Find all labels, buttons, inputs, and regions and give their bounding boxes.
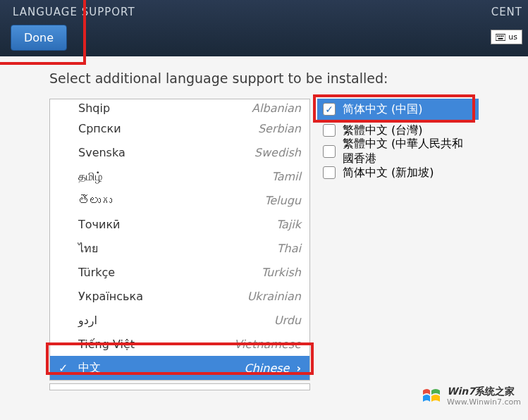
language-english-label: Tamil [272, 170, 301, 183]
language-list-wrap: ✓ShqipAlbanian›✓СрпскиSerbian›✓SvenskaSw… [49, 99, 310, 390]
language-row[interactable]: ✓தமிழ்Tamil› [50, 164, 309, 188]
language-native-label: தமிழ் [78, 170, 272, 183]
variant-row[interactable]: 繁體中文 (中華人民共和國香港 [317, 141, 479, 162]
watermark-text: Win7系统之家 Www.Winwin7.com [447, 385, 521, 407]
language-english-label: Chinese [244, 362, 289, 375]
language-english-label: Turkish [262, 266, 301, 279]
language-native-label: Türkçe [78, 266, 262, 279]
variant-label: 简体中文 (新加坡) [343, 166, 434, 180]
keyboard-indicator[interactable]: us [491, 30, 522, 44]
watermark-url: Www.Winwin7.com [447, 397, 521, 407]
variant-checkbox[interactable] [323, 124, 336, 137]
language-row[interactable]: ✓SvenskaSwedish› [50, 140, 309, 164]
svg-rect-2 [499, 35, 501, 37]
language-native-label: Tiếng Việt [78, 338, 234, 351]
search-box[interactable] [49, 383, 310, 390]
language-row[interactable]: ✓اردوUrdu› [50, 308, 309, 332]
svg-rect-5 [498, 37, 503, 39]
language-row[interactable]: ✓УкраїнськаUkrainian› [50, 284, 309, 308]
check-icon: ✓ [59, 362, 68, 375]
language-english-label: Tajik [276, 218, 301, 231]
chevron-right-icon: › [296, 362, 301, 375]
language-row[interactable]: ✓తెలుగుTelugu› [50, 188, 309, 212]
language-english-label: Swedish [254, 146, 301, 159]
variant-list[interactable]: 简体中文 (中国)繁體中文 (台灣)繁體中文 (中華人民共和國香港简体中文 (新… [317, 99, 479, 183]
variant-checkbox[interactable] [323, 166, 336, 179]
variant-list-wrap: 简体中文 (中国)繁體中文 (台灣)繁體中文 (中華人民共和國香港简体中文 (新… [317, 99, 479, 390]
language-list[interactable]: ✓ShqipAlbanian›✓СрпскиSerbian›✓SvenskaSw… [49, 99, 310, 381]
instruction-text: Select additional language support to be… [49, 70, 479, 86]
language-row[interactable]: ✓СрпскиSerbian› [50, 116, 309, 140]
svg-rect-0 [496, 34, 505, 40]
language-native-label: Svenska [78, 146, 254, 159]
variant-label: 繁體中文 (台灣) [343, 123, 423, 138]
language-row[interactable]: ✓中文Chinese› [50, 356, 309, 380]
done-button[interactable]: Done [11, 25, 67, 51]
language-row[interactable]: ✓IsiZuluZulu› [50, 380, 309, 381]
svg-rect-3 [501, 35, 502, 37]
language-native-label: 中文 [78, 361, 244, 376]
svg-rect-1 [497, 35, 498, 37]
panels-container: ✓ShqipAlbanian›✓СрпскиSerbian›✓SvenskaSw… [49, 99, 479, 390]
language-row[interactable]: ✓ไทยThai› [50, 236, 309, 260]
language-english-label: Urdu [274, 314, 301, 327]
content-area: Select additional language support to be… [0, 56, 528, 397]
language-row[interactable]: ✓Tiếng ViệtVietnamese› [50, 332, 309, 356]
variant-label: 繁體中文 (中華人民共和國香港 [343, 137, 473, 166]
language-english-label: Ukrainian [247, 290, 301, 303]
language-row[interactable]: ✓ТочикӣTajik› [50, 212, 309, 236]
header-bar: LANGUAGE SUPPORT CENT Done us [0, 0, 528, 56]
language-native-label: Українська [78, 290, 247, 303]
language-native-label: Shqip [78, 101, 252, 115]
variant-checkbox[interactable] [323, 103, 336, 116]
keyboard-icon [496, 34, 505, 41]
language-native-label: తెలుగు [78, 194, 264, 207]
distro-label: CENT [491, 6, 522, 18]
language-row[interactable]: ✓ShqipAlbanian› [50, 99, 309, 116]
language-native-label: ไทย [78, 240, 277, 257]
svg-rect-4 [503, 35, 504, 37]
language-row[interactable]: ✓TürkçeTurkish› [50, 260, 309, 284]
language-native-label: Српски [78, 122, 258, 135]
variant-checkbox[interactable] [323, 145, 336, 158]
variant-label: 简体中文 (中国) [343, 102, 423, 117]
page-title: LANGUAGE SUPPORT [13, 6, 135, 18]
language-native-label: Точикӣ [78, 218, 276, 231]
variant-row[interactable]: 简体中文 (中国) [317, 99, 479, 120]
language-english-label: Serbian [258, 122, 301, 135]
watermark-title: Win7系统之家 [447, 385, 521, 397]
language-english-label: Albanian [252, 101, 301, 115]
language-english-label: Telugu [264, 194, 301, 207]
keyboard-layout-label: us [508, 32, 517, 42]
language-native-label: اردو [78, 314, 274, 327]
language-english-label: Thai [277, 242, 301, 255]
watermark-logo-icon [420, 385, 443, 407]
language-english-label: Vietnamese [234, 338, 301, 351]
watermark: Win7系统之家 Www.Winwin7.com [420, 385, 521, 407]
